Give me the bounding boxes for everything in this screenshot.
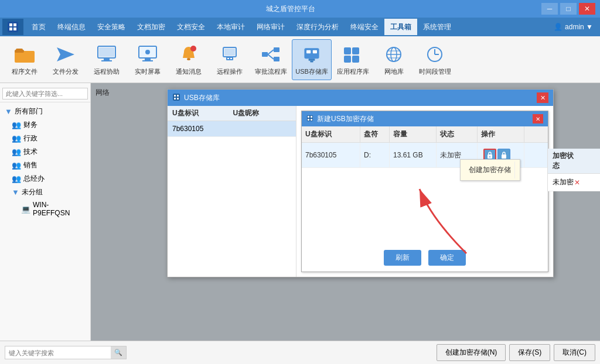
expand-icon: ▼ (12, 188, 19, 197)
status-row: 未加密 ✕ (548, 174, 600, 191)
svg-rect-47 (173, 94, 180, 101)
sidebar-label: 行政 (23, 133, 38, 143)
sidebar: ▼ 所有部门 👥 财务 👥 行政 👥 技术 👥 销售 👥 总经办 ▼ 未分组 💻 (0, 83, 91, 341)
status-action[interactable]: ✕ (574, 178, 596, 187)
toolbar-label: 文件分发 (53, 67, 79, 76)
modal-overlay: USB存储库 ✕ U盘标识 U盘昵称 7b630105 (91, 83, 600, 341)
svg-rect-23 (227, 58, 229, 59)
admin-menu[interactable]: 👤 admin ▼ (554, 23, 598, 31)
svg-rect-1 (9, 23, 12, 26)
bottom-search-input[interactable] (5, 347, 111, 359)
menu-home[interactable]: 首页 (26, 19, 52, 35)
menu-doc-encrypt[interactable]: 文档加密 (131, 19, 171, 35)
toolbar-time-mgmt[interactable]: 时间段管理 (415, 39, 455, 80)
td-id: 7b630105 (302, 143, 360, 167)
titlebar: 城之盾管控平台 ─ □ ✕ (0, 0, 600, 18)
menu-toolbox[interactable]: 工具箱 (384, 19, 417, 35)
sidebar-item-tech[interactable]: 👥 技术 (0, 145, 90, 159)
group-icon: 👥 (12, 174, 21, 183)
sidebar-search-input[interactable] (2, 88, 88, 99)
create-encrypted-storage-button[interactable]: 创建加密存储(N) (437, 344, 506, 361)
expand-icon: ▼ (5, 107, 12, 116)
svg-rect-15 (145, 58, 151, 60)
inner-modal-footer: 刷新 确定 (302, 244, 548, 272)
minimize-button[interactable]: ─ (541, 3, 558, 15)
bottom-action-buttons: 创建加密存储(N) 保存(S) 取消(C) (437, 344, 595, 361)
th-status: 状态 (437, 126, 478, 142)
svg-rect-24 (230, 58, 232, 59)
refresh-button[interactable]: 刷新 (384, 250, 421, 266)
menu-terminal-security[interactable]: 终端安全 (345, 19, 384, 35)
th-drive: 盘符 (360, 126, 390, 142)
main-content: ▼ 所有部门 👥 财务 👥 行政 👥 技术 👥 销售 👥 总经办 ▼ 未分组 💻 (0, 83, 600, 341)
toolbar-program-files[interactable]: 程序文件 (5, 39, 45, 80)
toolbar-app-library[interactable]: 应用程序库 (333, 39, 373, 80)
svg-rect-35 (344, 47, 351, 54)
menu-doc-security[interactable]: 文档安全 (171, 19, 211, 35)
usb-list-row[interactable]: 7b630105 (168, 121, 296, 137)
toolbar-label: 时间段管理 (419, 67, 451, 76)
app-logo (2, 19, 23, 35)
toolbar-label: 通知消息 (176, 67, 202, 76)
modal-title-area: USB存储库 (172, 93, 220, 103)
confirm-button[interactable]: 确定 (428, 250, 466, 266)
modal-close-button[interactable]: ✕ (537, 92, 548, 103)
toolbar-label: 网地库 (384, 67, 404, 76)
usb-storage-modal: USB存储库 ✕ U盘标识 U盘昵称 7b630105 (167, 89, 554, 277)
window-controls: ─ □ ✕ (541, 3, 595, 15)
menu-deep-analysis[interactable]: 深度行为分析 (291, 19, 345, 35)
search-button[interactable]: 🔍 (111, 346, 126, 359)
toolbar-remote-ops[interactable]: 远程操作 (210, 39, 250, 80)
group-icon: 👥 (12, 161, 21, 170)
clock-icon (423, 43, 446, 66)
sidebar-item-ungrouped[interactable]: ▼ 未分组 (0, 186, 90, 199)
sidebar-item-all-dept[interactable]: ▼ 所有部门 (0, 105, 90, 118)
th-capacity: 容量 (390, 126, 437, 142)
svg-rect-32 (313, 50, 317, 53)
modal-left-panel: U盘标识 U盘昵称 7b630105 (168, 106, 296, 277)
col-header-name: U盘昵称 (233, 108, 292, 118)
svg-rect-48 (174, 95, 176, 97)
menu-local-audit[interactable]: 本地审计 (211, 19, 251, 35)
toolbar-file-distribute[interactable]: 文件分发 (46, 39, 86, 80)
sidebar-item-ceo[interactable]: 👥 总经办 (0, 172, 90, 186)
toolbar-label: 应用程序库 (337, 67, 369, 76)
toolbar-approval-flow[interactable]: 审批流程库 (251, 39, 291, 80)
toolbar: 程序文件 文件分发 远程协助 (0, 36, 600, 83)
sidebar-label: 技术 (23, 147, 38, 157)
svg-line-29 (268, 54, 274, 59)
svg-rect-12 (99, 47, 114, 57)
inner-table-row: 7b630105 D: 13.61 GB 未加密 (302, 143, 548, 168)
inner-modal-close-button[interactable]: ✕ (533, 114, 543, 123)
save-button[interactable]: 保存(S) (509, 344, 550, 361)
sidebar-item-admin[interactable]: 👥 行政 (0, 132, 90, 145)
sidebar-item-finance[interactable]: 👥 财务 (0, 118, 90, 132)
menu-terminal-info[interactable]: 终端信息 (52, 19, 91, 35)
sidebar-item-sales[interactable]: 👥 销售 (0, 159, 90, 172)
td-capacity: 13.61 GB (390, 143, 437, 167)
sidebar-item-computer[interactable]: 💻 WIN-P9EFFQSN (0, 199, 90, 219)
menu-network-audit[interactable]: 网络审计 (251, 19, 291, 35)
toolbar-netaddr[interactable]: 网地库 (374, 39, 414, 80)
close-button[interactable]: ✕ (579, 3, 595, 15)
computer-icon: 💻 (21, 205, 30, 214)
svg-rect-2 (13, 23, 16, 26)
screen-icon (136, 43, 159, 66)
search-wrap: 🔍 (5, 346, 127, 359)
sidebar-label: 财务 (23, 120, 38, 130)
toolbar-notify[interactable]: 通知消息 (169, 39, 209, 80)
toolbar-realtime-screen[interactable]: 实时屏幕 (128, 39, 168, 80)
maximize-button[interactable]: □ (560, 3, 577, 15)
td-drive: D: (360, 143, 390, 167)
cancel-button[interactable]: 取消(C) (554, 344, 595, 361)
svg-rect-7 (16, 49, 23, 51)
tooltip-text: 创建加密存储 (465, 162, 515, 178)
toolbar-remote-assist[interactable]: 远程协助 (87, 39, 127, 80)
toolbar-usb-storage[interactable]: USB存储库 (292, 39, 332, 80)
status-col-label: 加密状态 (553, 151, 574, 171)
menu-security-policy[interactable]: 安全策略 (91, 19, 131, 35)
sidebar-search-area (0, 85, 90, 102)
menu-system-mgmt[interactable]: 系统管理 (417, 19, 457, 35)
usb-nickname (232, 125, 292, 133)
svg-rect-21 (224, 49, 235, 56)
